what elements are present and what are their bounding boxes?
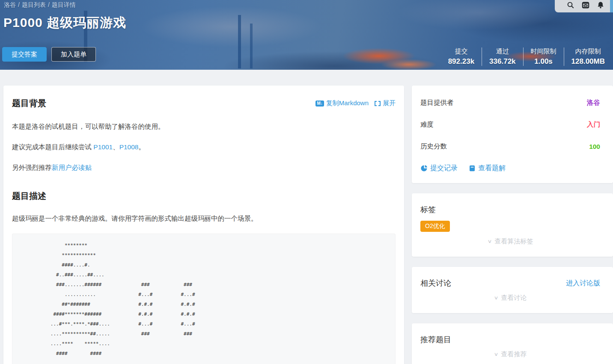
chevron-down-icon: ∨ xyxy=(488,238,492,244)
ascii-art: ******** ************ ####....#. #..###.… xyxy=(19,240,388,358)
banner: 洛谷/题目列表/题目详情 P1000 超级玛丽游戏 提交答案 加入题单 提交 8… xyxy=(0,0,613,70)
enter-discussion-board-link[interactable]: 进入讨论版 xyxy=(566,279,600,288)
history-score-value: 100 xyxy=(589,143,600,151)
expand-label: 展开 xyxy=(383,99,396,107)
tags-card: 标签 O2优化 ∨查看算法标签 xyxy=(412,193,613,257)
stat-time-limit: 时间限制 1.00s xyxy=(523,47,564,66)
copy-markdown-button[interactable]: M↓ 复制Markdown xyxy=(315,99,369,107)
difficulty-value[interactable]: 入门 xyxy=(587,120,600,129)
view-solutions-label: 查看题解 xyxy=(478,164,506,173)
stat-value: 1.00s xyxy=(531,57,556,66)
submit-answer-button[interactable]: 提交答案 xyxy=(2,47,47,62)
breadcrumb-separator: / xyxy=(18,1,20,8)
history-score-label: 历史分数 xyxy=(420,142,447,151)
banner-actions: 提交答案 加入题单 xyxy=(2,47,96,62)
avatar[interactable] xyxy=(610,0,613,12)
provider-value[interactable]: 洛谷 xyxy=(587,98,600,107)
description-intro: 超级玛丽是一个非常经典的游戏。请你用字符画的形式输出超级玛丽中的一个场景。 xyxy=(12,214,396,223)
ascii-art-block: ******** ************ ####....#. #..###.… xyxy=(12,234,396,364)
top-nav-icon-tray xyxy=(555,0,613,12)
breadcrumb-home[interactable]: 洛谷 xyxy=(4,1,16,8)
info-row-score: 历史分数 100 xyxy=(420,142,600,151)
stat-label: 通过 xyxy=(489,47,515,56)
paragraph-text: 、 xyxy=(113,143,119,151)
expand-button[interactable]: 展开 xyxy=(375,99,396,107)
provider-label: 题目提供者 xyxy=(420,98,454,107)
expand-icon xyxy=(375,101,381,106)
view-solutions-link[interactable]: 查看题解 xyxy=(469,164,506,173)
recommend-card-title: 推荐题目 xyxy=(420,334,451,345)
submission-records-label: 提交记录 xyxy=(430,164,458,173)
page-title: P1000 超级玛丽游戏 xyxy=(3,14,126,32)
background-paragraph-2: 建议完成本题目后继续尝试 P1001、P1008。 xyxy=(12,142,396,152)
book-icon xyxy=(469,165,476,172)
problem-info-card: 题目提供者 洛谷 难度 入门 历史分数 100 提交记录 xyxy=(412,86,613,183)
markdown-icon: M↓ xyxy=(315,101,324,107)
breadcrumb: 洛谷/题目列表/题目详情 xyxy=(4,1,76,9)
submission-records-link[interactable]: 提交记录 xyxy=(420,164,458,173)
paragraph-text: 建议完成本题目后继续尝试 xyxy=(12,143,93,151)
show-discussions-toggle[interactable]: ∨查看讨论 xyxy=(420,294,600,302)
breadcrumb-problem-detail: 题目详情 xyxy=(52,1,76,8)
recommend-card: 推荐题目 ∨查看推荐 xyxy=(412,323,613,364)
section-title-background: 题目背景 xyxy=(12,98,46,109)
stat-value: 892.23k xyxy=(448,57,474,66)
difficulty-label: 难度 xyxy=(420,120,434,129)
discussion-card-title: 相关讨论 xyxy=(420,278,451,288)
bell-icon[interactable] xyxy=(597,1,604,9)
show-recommendations-toggle[interactable]: ∨查看推荐 xyxy=(420,350,600,358)
background-paragraph-3: 另外强烈推荐新用户必读贴 xyxy=(12,163,396,172)
stat-label: 时间限制 xyxy=(531,47,556,56)
section-title-description: 题目描述 xyxy=(12,190,396,202)
sidebar: 题目提供者 洛谷 难度 入门 历史分数 100 提交记录 xyxy=(412,86,613,364)
toggle-label: 查看算法标签 xyxy=(494,237,533,245)
stat-submissions: 提交 892.23k xyxy=(441,47,482,66)
problem-card: 题目背景 M↓ 复制Markdown 展开 本题是洛谷的试机题目，可以帮助了解洛… xyxy=(3,86,404,364)
tags-card-title: 标签 xyxy=(420,204,436,215)
content-area: 题目背景 M↓ 复制Markdown 展开 本题是洛谷的试机题目，可以帮助了解洛… xyxy=(0,70,613,364)
stat-accepted: 通过 336.72k xyxy=(482,47,523,66)
info-row-difficulty: 难度 入门 xyxy=(420,120,600,129)
toggle-label: 查看讨论 xyxy=(501,294,527,301)
breadcrumb-problem-list[interactable]: 题目列表 xyxy=(22,1,46,8)
link-p1008[interactable]: P1008 xyxy=(119,143,139,151)
stat-memory-limit: 内存限制 128.00MB xyxy=(564,47,612,66)
stat-value: 128.00MB xyxy=(571,57,605,66)
breadcrumb-separator: / xyxy=(48,1,50,8)
link-new-user-guide[interactable]: 新用户必读贴 xyxy=(52,164,92,171)
info-row-provider: 题目提供者 洛谷 xyxy=(420,98,600,107)
discussion-card: 相关讨论 进入讨论版 ∨查看讨论 xyxy=(412,267,613,313)
stat-label: 内存限制 xyxy=(571,47,605,56)
search-icon[interactable] xyxy=(567,1,574,9)
background-paragraph-1: 本题是洛谷的试机题目，可以帮助了解洛谷的使用。 xyxy=(12,122,396,131)
paragraph-text: 。 xyxy=(138,143,145,151)
link-p1001[interactable]: P1001 xyxy=(93,143,113,151)
chevron-down-icon: ∨ xyxy=(494,351,499,357)
show-algorithm-tags-toggle[interactable]: ∨查看算法标签 xyxy=(420,237,600,246)
pie-chart-icon xyxy=(420,165,428,172)
copy-markdown-label: 复制Markdown xyxy=(326,99,369,107)
chevron-down-icon: ∨ xyxy=(494,295,499,301)
toggle-label: 查看推荐 xyxy=(501,350,527,358)
stat-value: 336.72k xyxy=(489,57,515,66)
add-to-problem-list-button[interactable]: 加入题单 xyxy=(51,47,96,62)
tag-o2-optimization[interactable]: O2优化 xyxy=(420,221,450,232)
problem-stats: 提交 892.23k 通过 336.72k 时间限制 1.00s 内存限制 12… xyxy=(441,47,612,66)
stat-label: 提交 xyxy=(448,47,474,56)
mail-icon[interactable] xyxy=(582,1,589,9)
paragraph-text: 另外强烈推荐 xyxy=(12,164,52,171)
